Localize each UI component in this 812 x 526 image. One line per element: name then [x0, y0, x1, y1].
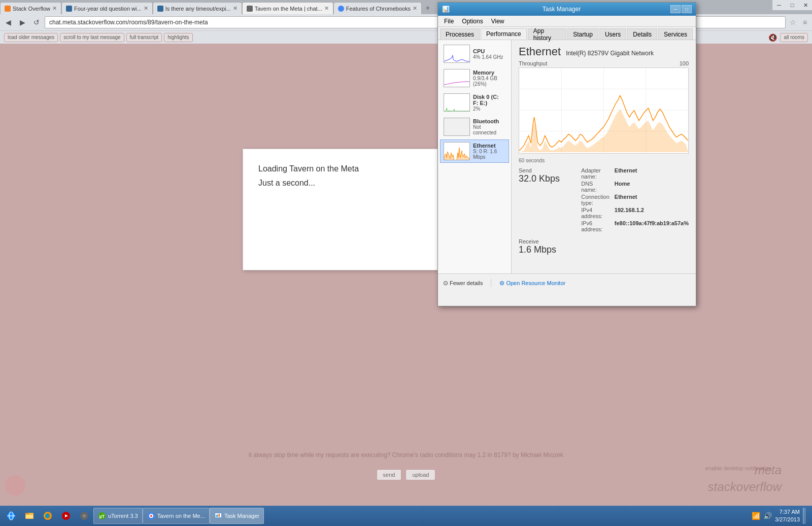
perf-item-ethernet[interactable]: Ethernet S: 0 R: 1.6 Mbps [440, 139, 509, 163]
dns-name-label: DNS name: [581, 181, 610, 193]
reload-button[interactable]: ↺ [30, 16, 43, 28]
all-rooms-button[interactable]: all rooms [780, 33, 808, 42]
tm-tab-details[interactable]: Details [627, 28, 657, 40]
send-label: Send [519, 167, 571, 173]
perf-item-memory[interactable]: Memory 0.9/3.4 GB (26%) [440, 66, 509, 90]
taskbar-date-value: 3/27/2013 [775, 516, 800, 523]
settings-wrench-icon[interactable]: ≡ [800, 17, 810, 27]
taskbar-firefox-icon[interactable] [40, 508, 56, 524]
scroll-last-button[interactable]: scroll to my last message [60, 33, 124, 42]
new-tab-button[interactable]: + [422, 2, 434, 14]
tab-close-chrome[interactable]: ✕ [413, 5, 417, 12]
bluetooth-name: Bluetooth [473, 118, 505, 124]
tab-close-q2[interactable]: ✕ [233, 5, 238, 12]
back-button[interactable]: ◀ [2, 16, 14, 28]
tab-favicon-q1 [66, 6, 72, 12]
minimize-button[interactable]: ─ [772, 0, 786, 10]
taskbar-ie-icon[interactable] [3, 508, 19, 524]
taskbar-misc-icon[interactable] [76, 508, 92, 524]
detail-grid: Adapter name: Ethernet DNS name: Home Co… [581, 167, 689, 232]
tab-fouryear[interactable]: Four-year old question wi... ✕ [61, 2, 153, 14]
tm-tab-startup[interactable]: Startup [567, 28, 598, 40]
tab-close-so[interactable]: ✕ [52, 5, 57, 12]
taskbar-media-icon[interactable] [58, 508, 74, 524]
tm-maximize-button[interactable]: □ [682, 5, 692, 13]
tab-timeout[interactable]: Is there any timeout/expi... ✕ [153, 2, 242, 14]
upload-button[interactable]: upload [405, 469, 435, 480]
tab-favicon-chrome [338, 6, 344, 12]
highlights-button[interactable]: highlights [164, 33, 192, 42]
loading-subtitle: Just a second... [258, 179, 425, 188]
forward-button[interactable]: ▶ [16, 16, 28, 28]
maximize-button[interactable]: □ [786, 0, 799, 10]
taskbar-utorrent[interactable]: µT uTorrent 3.3 [93, 508, 143, 524]
cpu-thumbnail [444, 45, 470, 63]
ethernet-chart-area [519, 67, 689, 154]
tm-menu-options[interactable]: Options [458, 16, 487, 26]
tab-close-meta[interactable]: ✕ [324, 5, 329, 12]
ipv4-label: IPv4 address: [581, 207, 610, 219]
show-desktop-button[interactable] [803, 508, 806, 524]
tab-title-meta: Tavern on the Meta | chat... [255, 6, 322, 12]
taskbar-sound-icon[interactable]: 🔊 [763, 512, 772, 520]
perf-item-cpu[interactable]: CPU 4% 1.64 GHz [440, 42, 509, 65]
perf-item-disk[interactable]: Disk 0 (C: F: E:) 2% [440, 91, 509, 114]
open-rm-label: Open Resource Monitor [506, 280, 565, 286]
svg-point-20 [83, 514, 86, 517]
taskbar-time-value: 7:37 AM [775, 508, 800, 516]
tm-menu-view[interactable]: View [487, 16, 509, 26]
tm-tab-performance[interactable]: Performance [481, 28, 527, 40]
fewer-details-button[interactable]: ⊙ Fewer details [443, 279, 483, 287]
memory-value: 0.9/3.4 GB (26%) [473, 76, 505, 87]
footer-divider [491, 279, 491, 287]
svg-point-25 [150, 515, 152, 517]
tm-tab-users[interactable]: Users [599, 28, 626, 40]
tab-chromebooks[interactable]: Features of Chromebooks ✕ [333, 2, 422, 14]
taskbar-right: 📶 🔊 7:37 AM 3/27/2013 [752, 508, 810, 524]
task-manager-title: Task Manager [453, 6, 670, 13]
tm-minimize-button[interactable]: ─ [670, 5, 681, 13]
tm-menu-file[interactable]: File [440, 16, 458, 26]
task-manager-body: CPU 4% 1.64 GHz Memory 0.9/3.4 GB (26%) [438, 40, 696, 273]
taskbar-taskmgr-label: Task Manager [224, 513, 259, 519]
task-manager-tabs: Processes Performance App history Startu… [438, 27, 696, 40]
cpu-value: 4% 1.64 GHz [473, 54, 505, 60]
throughput-max: 100 [680, 60, 689, 66]
svg-rect-29 [217, 514, 218, 517]
tab-favicon-so [5, 6, 11, 12]
ipv6-label: IPv6 address: [581, 220, 610, 232]
background-text: it always stop time while my requests ar… [0, 450, 812, 460]
close-button[interactable]: ✕ [799, 0, 812, 10]
perf-item-bluetooth[interactable]: Bluetooth Not connected [440, 115, 509, 138]
tab-stackoverflow[interactable]: Stack Overflow ✕ [0, 2, 61, 14]
send-button[interactable]: send [377, 469, 402, 480]
chart-seconds-label: 60 seconds [519, 158, 689, 163]
tm-window-icon: 📊 [442, 6, 450, 13]
bookmark-star-icon[interactable]: ☆ [788, 17, 798, 27]
load-older-button[interactable]: load older messages [4, 33, 58, 42]
open-resource-monitor-button[interactable]: ⊚ Open Resource Monitor [499, 279, 565, 287]
task-manager-window: 📊 Task Manager ─ □ File Options View Pro… [437, 2, 696, 306]
connection-type-label: Connection type: [581, 194, 610, 206]
bluetooth-value: Not connected [473, 124, 505, 135]
disk-thumbnail [444, 93, 470, 112]
ethernet-name: Ethernet [473, 143, 505, 149]
tm-tab-apphistory[interactable]: App history [528, 28, 567, 40]
task-manager-titlebar: 📊 Task Manager ─ □ [438, 3, 696, 16]
taskbar-tavern[interactable]: Tavern on the Me... [143, 508, 210, 524]
taskbar-explorer-icon[interactable] [21, 508, 38, 524]
taskbar-taskmgr[interactable]: Task Manager [210, 508, 264, 524]
tm-window-controls: ─ □ [670, 5, 692, 13]
tab-close-q1[interactable]: ✕ [144, 5, 148, 12]
svg-rect-30 [219, 514, 220, 517]
tm-tab-processes[interactable]: Processes [440, 28, 480, 40]
tm-tab-services[interactable]: Services [658, 28, 693, 40]
cpu-name: CPU [473, 48, 505, 54]
svg-rect-12 [25, 513, 29, 514]
full-transcript-button[interactable]: full transcript [126, 33, 162, 42]
taskbar-tavern-label: Tavern on the Me... [157, 513, 205, 519]
taskbar-time: 7:37 AM 3/27/2013 [775, 508, 800, 524]
ethernet-header: Ethernet Intel(R) 82579V Gigabit Network [519, 45, 689, 58]
volume-icon[interactable]: 🔇 [768, 33, 777, 42]
tab-tavern[interactable]: Tavern on the Meta | chat... ✕ [242, 2, 333, 14]
